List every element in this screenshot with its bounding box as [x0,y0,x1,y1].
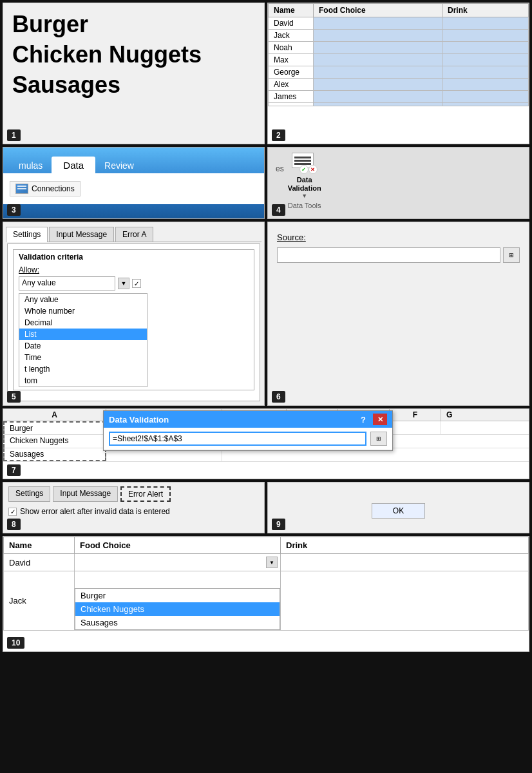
dialog-title-text: Data Validation [109,415,169,425]
panel-8: Settings Input Message Error Alert ✓ Sho… [3,482,265,533]
p2-drink-cell[interactable] [442,42,529,54]
final-cell-david-drink [281,554,529,571]
source-input-6[interactable] [277,247,500,263]
panel-7: A B C D E F G Burger Chicken Nuggets Sau… [3,408,529,479]
p2-food-cell[interactable] [314,79,442,91]
col-header-name: Name [269,4,314,17]
p2-name-cell: Noah [269,42,314,54]
p2-drink-cell[interactable] [442,91,529,103]
p2-food-cell[interactable] [314,54,442,66]
dropdown-arrow-david[interactable]: ▼ [266,557,278,568]
p2-name-cell: James [269,91,314,103]
cell-a3[interactable]: Sausages [3,448,106,461]
p2-name-cell: Alex [269,79,314,91]
food-dropdown-menu: Burger Chicken Nuggets Sausages [75,588,280,630]
step-badge-1: 1 [7,129,21,141]
allow-option-textlength[interactable]: t length [19,363,147,375]
validation-criteria-label: Validation criteria [19,253,249,262]
panel-2: Name Food Choice Drink DavidJackNoahMaxG… [267,3,529,144]
ok-button[interactable]: OK [372,503,425,519]
p2-food-cell[interactable] [314,17,442,30]
error-alert-checkbox[interactable]: ✓ [8,508,17,516]
col-header-food: Food Choice [314,4,442,17]
dialog-question-btn[interactable]: ? [356,414,370,425]
panel-10: Name Food Choice Drink David ▼ [3,536,529,652]
p2-drink-cell[interactable] [442,79,529,91]
dialog-formula-row: ⊞ [104,428,392,450]
p2-drink-cell[interactable] [442,17,529,30]
allow-option-date[interactable]: Date [19,340,147,352]
final-cell-jack-name: Jack [4,571,75,631]
tab-formulas[interactable]: mulas [10,157,52,173]
step-badge-7: 7 [7,464,21,476]
tab-error-alert-8[interactable]: Error Alert [120,486,171,502]
food-option-sausages[interactable]: Sausages [75,616,280,629]
p2-drink-cell[interactable] [442,30,529,42]
step-badge-5: 5 [7,391,21,403]
allow-option-custom[interactable]: tom [19,375,147,386]
p2-drink-cell[interactable] [442,66,529,79]
dialog-close-btn[interactable]: ✕ [373,414,387,425]
tab-error-alert-5[interactable]: Error A [115,227,153,242]
p2-name-cell: Max [269,54,314,66]
tab-data[interactable]: Data [52,157,95,173]
formula-input[interactable] [109,432,366,446]
tab-input-message-5[interactable]: Input Message [49,227,114,242]
step-badge-2: 2 [272,129,285,141]
allow-option-list[interactable]: List [19,329,147,340]
food-item-sausages: Sausages [12,70,255,100]
allow-dropdown-arrow[interactable]: ▼ [118,278,129,289]
final-cell-jack-food[interactable]: Burger Chicken Nuggets Sausages [75,571,281,631]
allow-dropdown-menu: Any value Whole number Decimal List Date… [19,293,147,387]
p2-food-cell[interactable] [314,103,442,106]
step-badge-9: 9 [272,519,285,530]
food-option-chicken[interactable]: Chicken Nuggets [75,602,280,616]
final-cell-david-food[interactable]: ▼ [75,554,281,571]
p2-food-cell[interactable] [314,91,442,103]
allow-option-decimal[interactable]: Decimal [19,317,147,329]
allow-option-time[interactable]: Time [19,352,147,363]
cell-a2[interactable]: Chicken Nuggets [3,435,106,448]
checkbox-label: Show error alert after invalid data is e… [20,507,170,516]
allow-option-any[interactable]: Any value [19,294,147,305]
p2-drink-cell[interactable] [442,103,529,106]
food-item-chicken: Chicken Nuggets [12,40,255,70]
final-cell-jack-drink [281,571,529,631]
connections-button[interactable]: Connections [10,181,81,196]
final-cell-david-name: David [4,554,75,571]
checkbox-ignore[interactable]: ✓ [132,279,141,288]
col-header-drink: Drink [442,4,529,17]
cell-a1[interactable]: Burger [3,421,106,434]
final-col-name: Name [4,537,75,554]
p2-food-cell[interactable] [314,66,442,79]
allow-select[interactable]: Any value [19,276,115,291]
p2-drink-cell[interactable] [442,54,529,66]
panel-9: OK 9 [267,482,529,533]
source-label-6: Source: [277,233,520,242]
data-validation-label: Data Validation [288,176,321,193]
final-row-david: David ▼ [4,554,529,571]
tab-settings-5[interactable]: Settings [6,227,48,242]
source-ref-btn[interactable]: ⊞ [503,247,520,263]
dialog-titlebar: Data Validation ? ✕ [104,411,392,428]
col-header-f: F [390,409,441,421]
panel4-prefix: es [276,153,284,173]
formula-ref-btn[interactable]: ⊞ [370,432,387,446]
p2-name-cell [269,103,314,106]
data-tools-label: Data Tools [288,202,321,209]
food-item-burger: Burger [12,10,255,40]
tab-input-message-8[interactable]: Input Message [53,486,118,502]
tab-review[interactable]: Review [95,157,143,173]
panel-5: Settings Input Message Error A Validatio… [3,222,265,406]
food-option-burger[interactable]: Burger [75,589,280,602]
step-badge-4: 4 [272,204,285,216]
p2-food-cell[interactable] [314,42,442,54]
panel-4: es ✓ ✕ Data Validation ▼ Data Tools 4 [267,147,529,219]
allow-option-whole[interactable]: Whole number [19,305,147,317]
tab-settings-8[interactable]: Settings [8,486,50,502]
p2-food-cell[interactable] [314,30,442,42]
final-table: Name Food Choice Drink David ▼ [3,537,529,631]
cell-f1 [390,421,441,434]
dropdown-arrow-dv: ▼ [301,193,307,199]
final-col-drink: Drink [281,537,529,554]
